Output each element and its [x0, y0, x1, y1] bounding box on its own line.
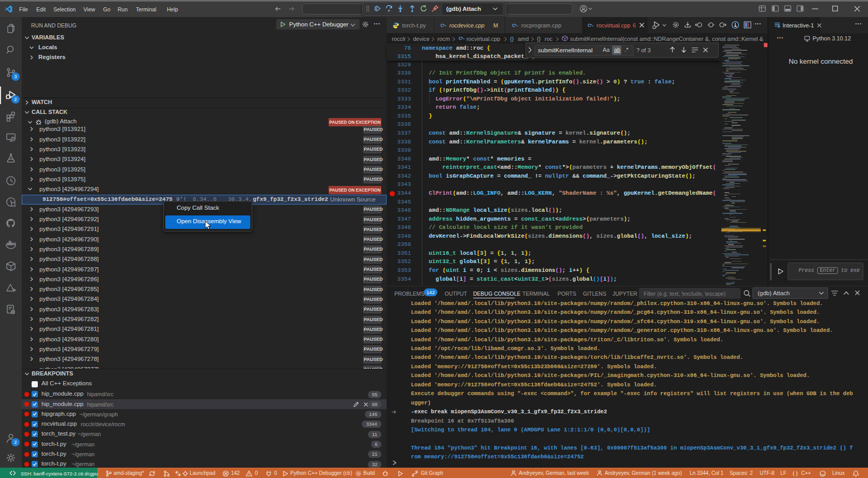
svg-text:C: C [440, 23, 444, 28]
svg-text:C: C [459, 36, 462, 41]
svg-text:C: C [588, 23, 591, 28]
svg-text:C: C [512, 23, 516, 28]
